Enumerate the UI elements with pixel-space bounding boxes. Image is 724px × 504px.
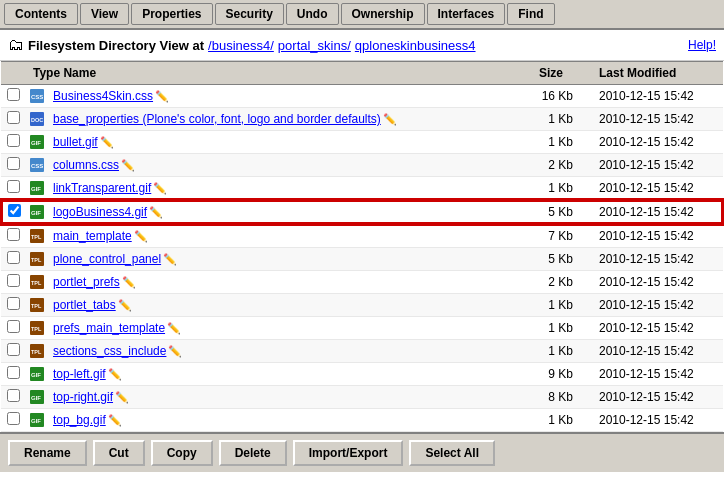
file-name-link[interactable]: portlet_tabs — [53, 298, 116, 312]
row-checkbox[interactable] — [7, 320, 20, 333]
file-name-link[interactable]: logoBusiness4.gif — [53, 205, 147, 219]
file-name-link[interactable]: columns.css — [53, 158, 119, 172]
file-table: Type Name Size Last Modified CSSBusiness… — [0, 61, 724, 432]
import-export-button[interactable]: Import/Export — [293, 440, 404, 466]
cut-button[interactable]: Cut — [93, 440, 145, 466]
table-row: TPLportlet_tabs✏️1 Kb2010-12-15 15:42 — [1, 294, 723, 317]
tab-find[interactable]: Find — [507, 3, 554, 25]
file-name-cell: bullet.gif✏️ — [47, 131, 533, 154]
file-name-link[interactable]: bullet.gif — [53, 135, 98, 149]
file-name-cell: top_bg.gif✏️ — [47, 409, 533, 432]
file-name-cell: main_template✏️ — [47, 224, 533, 248]
tab-contents[interactable]: Contents — [4, 3, 78, 25]
path-part1[interactable]: /business4/ — [208, 38, 274, 53]
file-modified: 2010-12-15 15:42 — [593, 386, 723, 409]
edit-icon[interactable]: ✏️ — [383, 113, 397, 125]
row-checkbox[interactable] — [7, 343, 20, 356]
file-size: 16 Kb — [533, 85, 593, 108]
file-size: 1 Kb — [533, 317, 593, 340]
tab-ownership[interactable]: Ownership — [341, 3, 425, 25]
file-type-icon: GIF — [27, 386, 47, 409]
file-name-link[interactable]: plone_control_panel — [53, 252, 161, 266]
file-name-cell: portlet_tabs✏️ — [47, 294, 533, 317]
edit-icon[interactable]: ✏️ — [149, 206, 163, 218]
table-row: DOCbase_properties (Plone's color, font,… — [1, 108, 723, 131]
file-name-cell: Business4Skin.css✏️ — [47, 85, 533, 108]
file-name-link[interactable]: Business4Skin.css — [53, 89, 153, 103]
table-row: TPLmain_template✏️7 Kb2010-12-15 15:42 — [1, 224, 723, 248]
tab-undo[interactable]: Undo — [286, 3, 339, 25]
svg-text:CSS: CSS — [31, 163, 43, 169]
file-name-cell: top-left.gif✏️ — [47, 363, 533, 386]
row-checkbox[interactable] — [7, 251, 20, 264]
file-name-link[interactable]: sections_css_include — [53, 344, 166, 358]
file-type-icon: DOC — [27, 108, 47, 131]
svg-text:TPL: TPL — [31, 234, 42, 240]
file-name-cell: sections_css_include✏️ — [47, 340, 533, 363]
file-size: 5 Kb — [533, 200, 593, 224]
help-link[interactable]: Help! — [688, 38, 716, 52]
file-name-link[interactable]: top-left.gif — [53, 367, 106, 381]
filesystem-icon: 🗂 — [8, 36, 24, 54]
row-checkbox[interactable] — [7, 412, 20, 425]
svg-text:GIF: GIF — [31, 140, 41, 146]
file-type-icon: TPL — [27, 294, 47, 317]
table-row: GIFlinkTransparent.gif✏️1 Kb2010-12-15 1… — [1, 177, 723, 201]
row-checkbox[interactable] — [7, 134, 20, 147]
edit-icon[interactable]: ✏️ — [167, 322, 181, 334]
row-checkbox[interactable] — [7, 274, 20, 287]
svg-text:CSS: CSS — [31, 94, 43, 100]
file-type-icon: TPL — [27, 271, 47, 294]
row-checkbox[interactable] — [7, 111, 20, 124]
edit-icon[interactable]: ✏️ — [118, 299, 132, 311]
path-part2[interactable]: portal_skins/ — [278, 38, 351, 53]
file-type-icon: TPL — [27, 224, 47, 248]
row-checkbox[interactable] — [7, 389, 20, 402]
svg-text:GIF: GIF — [31, 186, 41, 192]
edit-icon[interactable]: ✏️ — [163, 253, 177, 265]
file-name-link[interactable]: main_template — [53, 229, 132, 243]
select-all-button[interactable]: Select All — [409, 440, 495, 466]
file-name-link[interactable]: linkTransparent.gif — [53, 181, 151, 195]
edit-icon[interactable]: ✏️ — [168, 345, 182, 357]
delete-button[interactable]: Delete — [219, 440, 287, 466]
row-checkbox[interactable] — [8, 204, 21, 217]
edit-icon[interactable]: ✏️ — [100, 136, 114, 148]
file-type-icon: GIF — [27, 363, 47, 386]
file-name-link[interactable]: top_bg.gif — [53, 413, 106, 427]
row-checkbox[interactable] — [7, 88, 20, 101]
row-checkbox[interactable] — [7, 180, 20, 193]
edit-icon[interactable]: ✏️ — [134, 230, 148, 242]
file-modified: 2010-12-15 15:42 — [593, 248, 723, 271]
table-row: GIFtop_bg.gif✏️1 Kb2010-12-15 15:42 — [1, 409, 723, 432]
tab-view[interactable]: View — [80, 3, 129, 25]
file-name-link[interactable]: prefs_main_template — [53, 321, 165, 335]
file-type-icon: GIF — [27, 131, 47, 154]
nav-bar: Contents View Properties Security Undo O… — [0, 0, 724, 30]
file-name-link[interactable]: top-right.gif — [53, 390, 113, 404]
row-checkbox[interactable] — [7, 157, 20, 170]
row-checkbox[interactable] — [7, 228, 20, 241]
tab-security[interactable]: Security — [215, 3, 284, 25]
edit-icon[interactable]: ✏️ — [108, 368, 122, 380]
edit-icon[interactable]: ✏️ — [155, 90, 169, 102]
edit-icon[interactable]: ✏️ — [115, 391, 129, 403]
copy-button[interactable]: Copy — [151, 440, 213, 466]
edit-icon[interactable]: ✏️ — [153, 182, 167, 194]
file-modified: 2010-12-15 15:42 — [593, 294, 723, 317]
rename-button[interactable]: Rename — [8, 440, 87, 466]
file-size: 8 Kb — [533, 386, 593, 409]
edit-icon[interactable]: ✏️ — [122, 276, 136, 288]
tab-interfaces[interactable]: Interfaces — [427, 3, 506, 25]
header-prefix: Filesystem Directory View at — [28, 38, 204, 53]
row-checkbox[interactable] — [7, 297, 20, 310]
file-name-link[interactable]: portlet_prefs — [53, 275, 120, 289]
edit-icon[interactable]: ✏️ — [121, 159, 135, 171]
row-checkbox[interactable] — [7, 366, 20, 379]
svg-text:TPL: TPL — [31, 349, 42, 355]
file-name-link[interactable]: base_properties (Plone's color, font, lo… — [53, 112, 381, 126]
path-part3[interactable]: qploneskinbusiness4 — [355, 38, 476, 53]
edit-icon[interactable]: ✏️ — [108, 414, 122, 426]
file-type-icon: TPL — [27, 317, 47, 340]
tab-properties[interactable]: Properties — [131, 3, 212, 25]
